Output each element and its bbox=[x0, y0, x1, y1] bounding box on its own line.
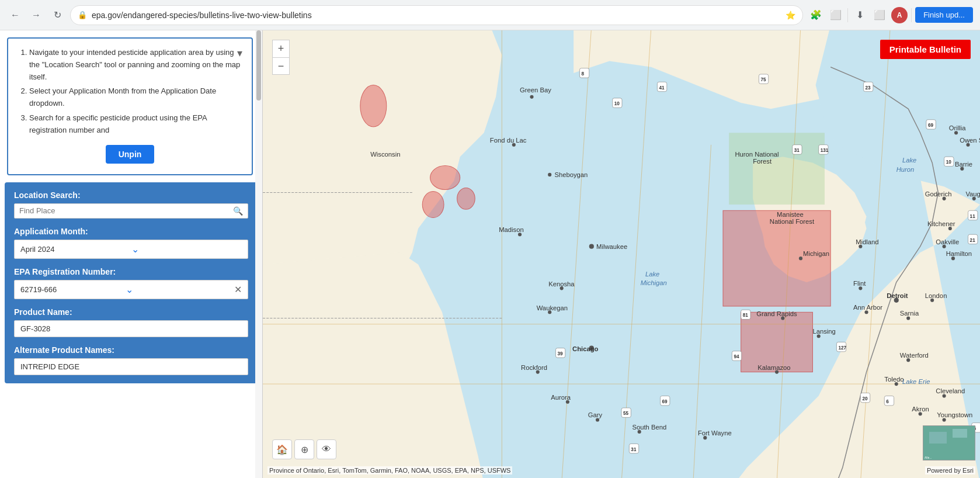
svg-text:Youngstown: Youngstown bbox=[937, 411, 972, 418]
search-panel: Location Search: 🔍 Application Month: Ap… bbox=[5, 182, 258, 383]
clear-registration-button[interactable]: ✕ bbox=[234, 284, 242, 295]
svg-text:Madison: Madison bbox=[499, 226, 524, 233]
svg-point-26 bbox=[530, 95, 533, 99]
svg-point-18 bbox=[589, 244, 594, 249]
layers-button[interactable]: 👁 bbox=[317, 439, 336, 459]
svg-text:55: 55 bbox=[623, 411, 629, 416]
svg-text:Toledo: Toledo bbox=[884, 376, 903, 383]
map-svg: Milwaukee Madison Sheboygan Fond du Lac … bbox=[263, 30, 980, 478]
split-view-button[interactable]: ⬜ bbox=[871, 7, 888, 23]
svg-text:Wisconsin: Wisconsin bbox=[370, 151, 400, 158]
svg-text:31: 31 bbox=[794, 148, 800, 153]
svg-text:South Bend: South Bend bbox=[632, 424, 666, 431]
scroll-thumb[interactable] bbox=[256, 30, 261, 101]
url-input[interactable] bbox=[92, 11, 781, 20]
svg-text:Sarnia: Sarnia bbox=[900, 310, 919, 317]
back-button[interactable]: ← bbox=[7, 7, 23, 23]
alternate-product-names-value: INTREPID EDGE bbox=[20, 362, 79, 371]
svg-point-7 bbox=[360, 85, 387, 127]
svg-text:69: 69 bbox=[662, 399, 668, 404]
svg-text:Alle...: Alle... bbox=[925, 456, 932, 459]
finish-update-button[interactable]: Finish upd... bbox=[915, 7, 973, 23]
svg-text:Forest: Forest bbox=[753, 158, 772, 165]
svg-rect-2 bbox=[723, 210, 830, 306]
main-container: Navigate to your intended pesticide appl… bbox=[0, 30, 980, 478]
svg-text:6: 6 bbox=[886, 399, 889, 404]
svg-text:131: 131 bbox=[821, 148, 829, 153]
svg-text:Sheboygan: Sheboygan bbox=[554, 171, 588, 178]
address-bar: 🔒 ⭐ bbox=[70, 5, 803, 25]
map-thumbnail[interactable]: Alle... bbox=[923, 425, 975, 460]
product-name-label: Product Name: bbox=[14, 307, 248, 317]
instruction-step1: Navigate to your intended pesticide appl… bbox=[29, 47, 242, 83]
application-month-label: Application Month: bbox=[14, 227, 248, 236]
svg-text:Lake: Lake bbox=[645, 271, 659, 278]
location-search-label: Location Search: bbox=[14, 190, 248, 200]
zoom-in-button[interactable]: + bbox=[272, 40, 290, 57]
instructions-box: Navigate to your intended pesticide appl… bbox=[7, 37, 253, 175]
application-month-dropdown[interactable]: April 2024 ⌄ bbox=[14, 240, 248, 259]
svg-text:Vaughn: Vaughn bbox=[965, 190, 980, 198]
svg-text:Midland: Midland bbox=[856, 238, 878, 245]
svg-text:Michigan: Michigan bbox=[641, 279, 667, 286]
svg-text:Lake: Lake bbox=[902, 157, 916, 164]
svg-text:Akron: Akron bbox=[912, 406, 929, 413]
svg-text:10: 10 bbox=[946, 160, 952, 165]
zoom-out-button[interactable]: − bbox=[272, 57, 290, 75]
map-area[interactable]: Milwaukee Madison Sheboygan Fond du Lac … bbox=[263, 30, 980, 478]
svg-text:Kitchener: Kitchener bbox=[927, 220, 955, 227]
attribution-text: Province of Ontario, Esri, TomTom, Garmi… bbox=[267, 466, 512, 474]
svg-rect-145 bbox=[953, 429, 967, 438]
product-name-field: GF-3028 bbox=[14, 320, 248, 337]
find-place-row: 🔍 bbox=[14, 203, 248, 219]
extensions-button[interactable]: 🧩 bbox=[808, 7, 824, 23]
unpin-button[interactable]: Unpin bbox=[106, 145, 155, 164]
svg-text:Huron: Huron bbox=[896, 166, 915, 173]
chevron-down-icon-reg: ⌄ bbox=[126, 284, 231, 295]
svg-text:Kenosha: Kenosha bbox=[548, 280, 575, 288]
find-place-input[interactable] bbox=[19, 206, 233, 215]
svg-text:Owen Sound: Owen Sound bbox=[960, 137, 980, 144]
home-button[interactable]: 🏠 bbox=[272, 439, 292, 459]
forward-button[interactable]: → bbox=[28, 7, 44, 23]
download-button[interactable]: ⬇ bbox=[852, 7, 868, 23]
avatar[interactable]: A bbox=[891, 7, 908, 23]
svg-text:23: 23 bbox=[866, 85, 871, 91]
svg-text:Aurora: Aurora bbox=[551, 394, 571, 401]
svg-text:75: 75 bbox=[760, 77, 766, 82]
svg-text:Milwaukee: Milwaukee bbox=[596, 243, 627, 250]
svg-text:69: 69 bbox=[928, 123, 934, 128]
svg-text:Waukegan: Waukegan bbox=[537, 304, 568, 311]
left-panel: Navigate to your intended pesticide appl… bbox=[0, 30, 263, 478]
svg-text:Goderich: Goderich bbox=[925, 190, 952, 198]
svg-text:Huron National: Huron National bbox=[735, 151, 779, 158]
refresh-button[interactable]: ↻ bbox=[49, 7, 65, 23]
browser-chrome: ← → ↻ 🔒 ⭐ 🧩 ⬜ ⬇ ⬜ A Finish upd... bbox=[0, 0, 980, 30]
svg-text:20: 20 bbox=[862, 396, 868, 401]
svg-text:41: 41 bbox=[659, 85, 665, 91]
instructions-list: Navigate to your intended pesticide appl… bbox=[18, 47, 242, 137]
svg-text:Rockford: Rockford bbox=[521, 364, 547, 371]
scroll-track[interactable] bbox=[255, 30, 262, 478]
svg-text:Hamilton: Hamilton bbox=[946, 250, 972, 257]
svg-text:8: 8 bbox=[581, 71, 584, 77]
svg-text:Lansing: Lansing bbox=[812, 328, 835, 335]
svg-rect-3 bbox=[741, 312, 813, 372]
epa-registration-label: EPA Registration Number: bbox=[14, 267, 248, 276]
svg-text:Oakville: Oakville bbox=[936, 238, 959, 245]
svg-text:Kalamazoo: Kalamazoo bbox=[757, 364, 790, 371]
map-bottom-controls: 🏠 ⊕ 👁 bbox=[272, 439, 336, 459]
location-button[interactable]: ⊕ bbox=[294, 439, 314, 459]
profile-button[interactable]: ⬜ bbox=[828, 7, 844, 23]
svg-text:National Forest: National Forest bbox=[770, 218, 815, 225]
location-search-button[interactable]: 🔍 bbox=[233, 206, 243, 216]
instructions-header: Navigate to your intended pesticide appl… bbox=[18, 47, 242, 137]
svg-text:Lake Erie: Lake Erie bbox=[902, 378, 930, 385]
printable-bulletin-button[interactable]: Printable Bulletin bbox=[880, 40, 971, 59]
chevron-down-icon: ⌄ bbox=[131, 244, 242, 255]
svg-text:21: 21 bbox=[970, 238, 976, 243]
map-attribution: Province of Ontario, Esri, TomTom, Garmi… bbox=[263, 466, 980, 474]
svg-text:Flint: Flint bbox=[853, 280, 866, 287]
svg-text:31: 31 bbox=[631, 447, 637, 452]
svg-text:Fond du Lac: Fond du Lac bbox=[490, 137, 527, 144]
